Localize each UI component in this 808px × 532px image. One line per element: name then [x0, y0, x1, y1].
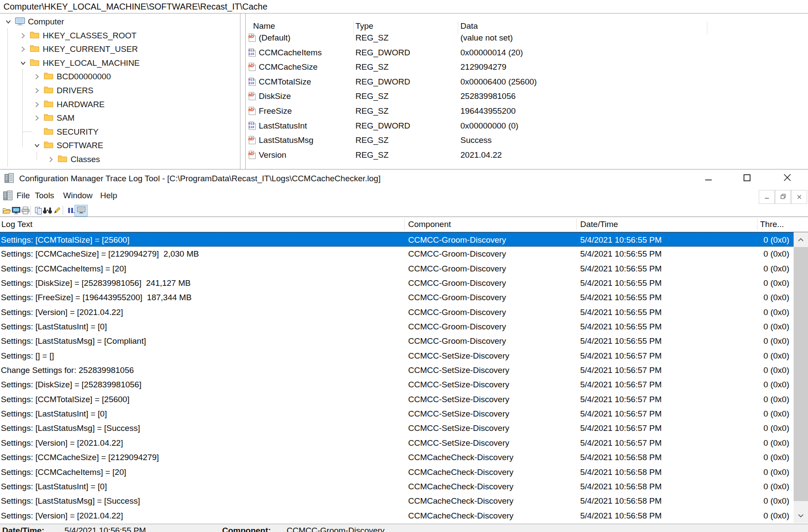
tree-item[interactable]: HARDWARE [0, 98, 240, 112]
open-file-icon[interactable] [2, 206, 11, 215]
tree-item[interactable]: Classes [0, 152, 240, 166]
mdi-restore-button[interactable] [775, 190, 791, 204]
tree-item[interactable]: SOFTWARE [0, 139, 240, 152]
log-datetime: 5/4/2021 10:56:55 PM [580, 233, 662, 247]
log-thread: 0 (0x0) [764, 233, 789, 247]
log-row[interactable]: Settings: [Version] = [2021.04.22] CCMCC… [0, 305, 794, 319]
log-table-header: Log Text Component Date/Time Thre... [0, 217, 808, 232]
log-scrollbar[interactable] [794, 232, 808, 523]
tree-item[interactable]: DRIVERS [0, 84, 240, 98]
chevron-down-icon[interactable] [34, 142, 40, 149]
log-row[interactable]: Settings: [LastStatusInt] = [0] CCMCache… [0, 479, 794, 494]
registry-value-row[interactable]: ab CCMCacheSize REG_SZ 2129094279 [246, 60, 808, 75]
log-row[interactable]: Settings: [CCMCacheSize] = [2129094279] … [0, 450, 794, 464]
monitor-icon[interactable] [11, 206, 21, 215]
tree-item[interactable]: BCD00000000 [0, 70, 240, 84]
chevron-right-icon[interactable] [48, 156, 54, 163]
value-data: 0x00000000 (0) [460, 119, 518, 133]
printer-icon[interactable] [20, 206, 30, 215]
column-header-component[interactable]: Component [408, 217, 451, 232]
chevron-down-icon[interactable] [5, 19, 11, 25]
column-divider[interactable] [404, 219, 405, 230]
tree-item[interactable]: HKEY_CLASSES_ROOT [0, 29, 240, 43]
tree-item[interactable]: SECURITY [0, 125, 240, 139]
log-thread: 0 (0x0) [764, 508, 789, 523]
mdi-minimize-button[interactable] [759, 190, 775, 204]
registry-address-bar[interactable]: Computer\HKEY_LOCAL_MACHINE\SOFTWARE\Rec… [0, 0, 808, 14]
log-row[interactable]: Settings: [LastStatusInt] = [0] CCMCC-Se… [0, 407, 794, 421]
scrollbar-up-button[interactable] [794, 232, 808, 247]
chevron-right-icon[interactable] [20, 33, 26, 39]
registry-value-row[interactable]: 011110 LastStatusInt REG_DWORD 0x0000000… [246, 119, 808, 133]
column-header-thread[interactable]: Thre... [760, 217, 784, 232]
tree-item[interactable]: SAM [0, 111, 240, 125]
registry-value-row[interactable]: ab (Default) REG_SZ (value not set) [246, 30, 808, 45]
registry-value-row[interactable]: 011110 CCMTotalSize REG_DWORD 0x00006400… [246, 75, 808, 89]
log-datetime: 5/4/2021 10:56:57 PM [580, 349, 662, 363]
tree-item[interactable]: HKEY_CURRENT_USER [0, 42, 240, 56]
value-type: REG_DWORD [355, 119, 410, 133]
mdi-child-icon[interactable] [2, 190, 13, 201]
maximize-button[interactable] [737, 169, 757, 187]
registry-value-row[interactable]: ab DiskSize REG_SZ 252839981056 [246, 89, 808, 104]
detail-component-value: CCMCC-Groom-Discovery [287, 526, 385, 532]
chevron-right-icon[interactable] [34, 88, 40, 94]
column-header-logtext[interactable]: Log Text [1, 217, 32, 232]
column-divider[interactable] [757, 219, 757, 230]
log-row[interactable]: Settings: [Version] = [2021.04.22] CCMCa… [0, 508, 794, 523]
detail-pane-toggle-button[interactable] [74, 205, 88, 217]
cmtrace-titlebar[interactable]: Configuration Manager Trace Log Tool - [… [0, 169, 808, 187]
svg-text:ab: ab [248, 106, 254, 112]
tree-item-label: DRIVERS [57, 84, 93, 98]
log-row[interactable]: Settings: [LastStatusInt] = [0] CCMCC-Gr… [0, 319, 794, 334]
log-row[interactable]: Settings: [CCMCacheSize] = [2129094279] … [0, 247, 794, 261]
log-row[interactable]: Settings: [FreeSize] = [196443955200] 18… [0, 290, 794, 305]
log-row[interactable]: Settings: [CCMTotalSize] = [25600] CCMCC… [0, 232, 794, 247]
menu-file[interactable]: File [17, 187, 30, 204]
menu-help[interactable]: Help [100, 187, 117, 204]
log-datetime: 5/4/2021 10:56:57 PM [580, 421, 662, 435]
menu-window[interactable]: Window [63, 187, 93, 204]
registry-value-row[interactable]: ab LastStatusMsg REG_SZ Success [246, 133, 808, 148]
log-row[interactable]: Settings: [Version] = [2021.04.22] CCMCC… [0, 436, 794, 450]
highlight-pen-icon[interactable] [52, 206, 62, 215]
copy-icon[interactable] [34, 206, 43, 215]
chevron-down-icon[interactable] [20, 60, 26, 66]
tree-item[interactable]: HKEY_LOCAL_MACHINE [0, 56, 240, 70]
registry-value-row[interactable]: ab FreeSize REG_SZ 196443955200 [246, 104, 808, 119]
maximize-icon [744, 174, 751, 183]
tree-item[interactable]: Computer [0, 15, 240, 29]
chevron-right-icon[interactable] [34, 102, 40, 108]
value-name: (Default) [259, 30, 291, 45]
scrollbar-thumb[interactable] [794, 247, 808, 501]
menu-tools[interactable]: Tools [35, 187, 54, 204]
pause-icon[interactable] [66, 206, 75, 215]
log-row[interactable]: Settings: [CCMTotalSize] = [25600] CCMCC… [0, 392, 794, 407]
log-row[interactable]: Settings: [CCMCacheItems] = [20] CCMCach… [0, 465, 794, 479]
close-button[interactable] [777, 169, 797, 187]
log-row[interactable]: Settings: [LastStatusMsg] = [Success] CC… [0, 494, 794, 508]
mdi-close-button[interactable] [791, 190, 807, 204]
registry-address[interactable]: Computer\HKEY_LOCAL_MACHINE\SOFTWARE\Rec… [3, 0, 267, 13]
minimize-button[interactable] [698, 169, 718, 187]
log-row[interactable]: Settings: [LastStatusMsg] = [Compliant] … [0, 334, 794, 348]
log-row[interactable]: Settings: [] = [] CCMCC-SetSize-Discover… [0, 349, 794, 363]
log-row[interactable]: Settings: [CCMCacheItems] = [20] CCMCC-G… [0, 261, 794, 276]
folder-icon [44, 141, 54, 150]
tree-item-label: Computer [28, 15, 64, 29]
registry-value-row[interactable]: ab Version REG_SZ 2021.04.22 [246, 148, 808, 163]
chevron-right-icon[interactable] [20, 46, 26, 52]
log-row[interactable]: Settings: [DiskSize] = [252839981056] CC… [0, 377, 794, 392]
log-row[interactable]: Settings: [DiskSize] = [252839981056] 24… [0, 276, 794, 290]
log-row[interactable]: Change Settings for: 252839981056 CCMCC-… [0, 363, 794, 377]
chevron-right-icon[interactable] [34, 115, 40, 121]
scrollbar-down-button[interactable] [794, 508, 808, 523]
log-row[interactable]: Settings: [LastStatusMsg] = [Success] CC… [0, 421, 794, 435]
log-thread: 0 (0x0) [764, 436, 789, 450]
column-divider[interactable] [576, 219, 577, 230]
log-text: Settings: [CCMCacheItems] = [20] [1, 465, 126, 479]
chevron-right-icon[interactable] [34, 74, 40, 80]
find-binoculars-icon[interactable] [43, 206, 52, 215]
registry-value-row[interactable]: 011110 CCMCacheItems REG_DWORD 0x0000001… [246, 45, 808, 60]
column-header-datetime[interactable]: Date/Time [580, 217, 618, 232]
